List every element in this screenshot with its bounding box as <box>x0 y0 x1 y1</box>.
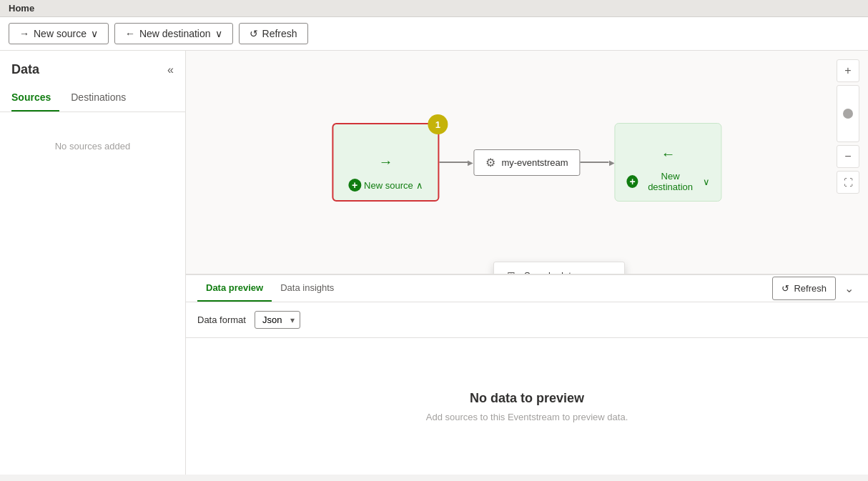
tab-destinations-label: Destinations <box>71 91 126 103</box>
new-source-label: New source <box>34 28 87 39</box>
sidebar-tabs: Sources Destinations <box>0 86 185 112</box>
sidebar-tab-sources[interactable]: Sources <box>11 86 59 111</box>
destination-add-label: New destination <box>641 171 700 192</box>
data-format-label: Data format <box>197 314 246 325</box>
canvas: + − ⛶ → + New source <box>186 51 868 274</box>
refresh-button[interactable]: ↺ Refresh <box>239 23 308 44</box>
new-destination-button[interactable]: ← New destination ∨ <box>114 23 233 44</box>
bottom-panel-refresh-button[interactable]: ↺ Refresh <box>772 277 836 300</box>
zoom-in-button[interactable]: + <box>837 59 859 82</box>
data-preview-label: Data preview <box>206 282 263 293</box>
data-insights-label: Data insights <box>280 282 334 293</box>
step-badge-1: 1 <box>428 114 448 134</box>
new-source-icon: → <box>19 28 29 39</box>
canvas-area: + − ⛶ → + New source <box>186 51 868 475</box>
sidebar-header: Data « <box>0 62 185 86</box>
source-add-chevron: ∧ <box>416 180 423 191</box>
refresh-label: Refresh <box>262 28 297 39</box>
destination-plus-icon: + <box>627 175 638 188</box>
zoom-slider[interactable] <box>837 85 859 142</box>
bottom-empty-state: No data to preview Add sources to this E… <box>186 338 868 475</box>
data-format-select[interactable]: Json CSV Avro <box>255 311 300 329</box>
empty-state-title: No data to preview <box>470 391 584 406</box>
sidebar: Data « Sources Destinations No sources a… <box>0 51 186 475</box>
fit-view-button[interactable]: ⛶ <box>837 171 859 194</box>
empty-state-subtitle: Add sources to this Eventstream to previ… <box>426 412 628 422</box>
new-destination-icon: ← <box>125 28 135 39</box>
bottom-refresh-label: Refresh <box>794 283 827 294</box>
center-node: ⚙ my-eventstream <box>473 149 580 176</box>
canvas-controls: + − ⛶ <box>837 59 859 194</box>
destination-node-icon: ← <box>661 146 676 162</box>
destination-node: ← + New destination ∨ <box>615 123 722 202</box>
bottom-panel-tabs: Data preview Data insights ↺ Refresh ⌄ <box>186 275 868 302</box>
new-destination-label: New destination <box>139 28 211 39</box>
sidebar-collapse-button[interactable]: « <box>167 64 174 76</box>
arrow-source-to-center <box>439 159 473 167</box>
tab-sources-label: Sources <box>11 91 51 103</box>
sample-data-icon: ⊞ <box>505 269 517 274</box>
zoom-out-button[interactable]: − <box>837 145 859 168</box>
source-plus-icon: + <box>348 179 361 192</box>
sidebar-tab-destinations[interactable]: Destinations <box>71 86 134 111</box>
data-format-row: Data format Json CSV Avro <box>186 302 868 338</box>
canvas-nodes: → + New source ∧ 1 ⚙ my-eventstream <box>332 123 721 202</box>
main-layout: Data « Sources Destinations No sources a… <box>0 51 868 475</box>
tab-data-insights[interactable]: Data insights <box>272 275 342 302</box>
fit-icon: ⛶ <box>844 177 853 188</box>
center-node-icon: ⚙ <box>485 156 495 169</box>
expand-button[interactable]: ⌄ <box>842 279 857 298</box>
new-destination-chevron: ∨ <box>215 28 222 39</box>
sidebar-empty-state: No sources added <box>0 112 185 180</box>
minus-icon: − <box>844 150 851 163</box>
title-bar: Home <box>0 0 868 17</box>
destination-add-chevron: ∨ <box>703 177 710 187</box>
source-add-button[interactable]: + New source ∧ <box>342 176 429 194</box>
center-node-label: my-eventstream <box>501 157 568 168</box>
data-format-select-wrapper: Json CSV Avro <box>255 311 300 329</box>
sidebar-empty-text: No sources added <box>55 141 131 152</box>
sample-data-label: Sample data <box>524 270 576 274</box>
dropdown-item-sample-data[interactable]: ⊞ Sample data <box>494 262 624 274</box>
source-add-label: New source <box>364 180 413 191</box>
source-node-icon: → <box>378 154 393 170</box>
new-source-button[interactable]: → New source ∨ <box>9 23 109 44</box>
zoom-handle <box>843 109 853 119</box>
source-node: → + New source ∧ 1 <box>332 123 439 202</box>
source-dropdown-menu: ⊞ Sample data ⊟ Azure Event Hub ⊛ Azure … <box>493 262 625 274</box>
bottom-panel: Data preview Data insights ↺ Refresh ⌄ D… <box>186 274 868 475</box>
refresh-icon-bottom: ↺ <box>781 283 789 294</box>
sidebar-title: Data <box>11 62 39 77</box>
tab-data-preview[interactable]: Data preview <box>197 275 272 302</box>
arrow-center-to-dest <box>581 159 615 167</box>
plus-icon: + <box>844 64 851 77</box>
new-source-chevron: ∨ <box>91 28 98 39</box>
refresh-icon: ↺ <box>250 28 258 39</box>
toolbar: → New source ∨ ← New destination ∨ ↺ Ref… <box>0 17 868 51</box>
destination-add-button[interactable]: + New destination ∨ <box>621 168 716 195</box>
title-bar-label: Home <box>9 3 34 14</box>
